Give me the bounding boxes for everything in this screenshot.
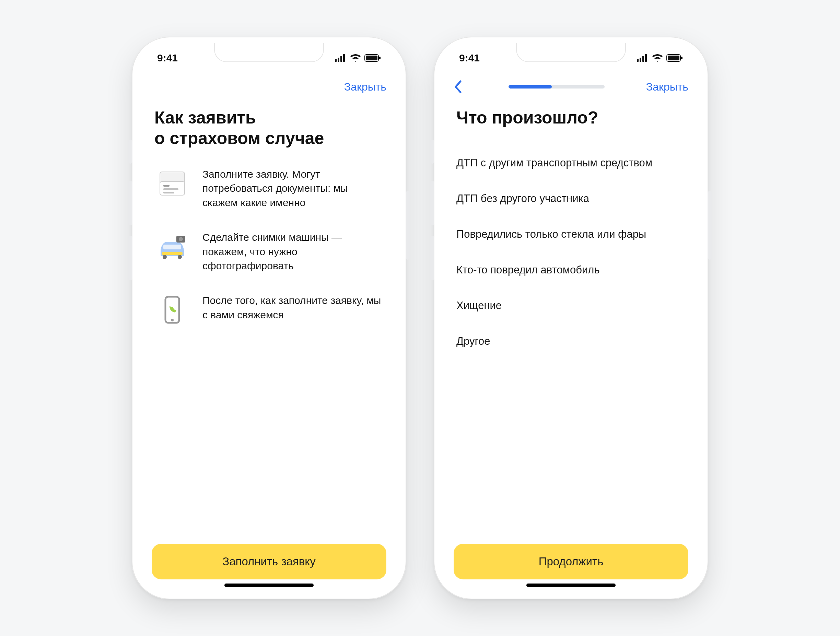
option-item[interactable]: Другое (456, 324, 685, 359)
steps-list: Заполните заявку. Могут потребоваться до… (155, 166, 384, 328)
option-item[interactable]: Кто-то повредил автомобиль (456, 252, 685, 288)
page-title: Как заявить о страховом случае (155, 107, 384, 148)
wifi-icon (652, 54, 663, 62)
svg-rect-3 (343, 54, 345, 62)
phone-side-button (430, 181, 434, 226)
svg-rect-12 (163, 245, 181, 249)
phone-side-button (128, 236, 133, 280)
phone-notch (214, 43, 324, 62)
title-line: о страховом случае (155, 129, 324, 148)
phone-call-icon (155, 292, 190, 328)
fill-application-button[interactable]: Заполнить заявку (152, 544, 386, 579)
phone-side-button (430, 236, 434, 280)
continue-button[interactable]: Продолжить (454, 544, 688, 579)
title-line: Как заявить (155, 108, 256, 127)
battery-icon (666, 54, 683, 62)
cellular-icon (637, 54, 649, 62)
progress-fill (508, 85, 552, 88)
svg-rect-25 (668, 55, 679, 60)
page-title: Что произошло? (456, 107, 685, 128)
options-list: ДТП с другим транспортным средством ДТП … (456, 145, 685, 359)
close-button[interactable]: Закрыть (646, 80, 688, 93)
phone-side-button (406, 191, 410, 260)
svg-rect-21 (639, 58, 641, 62)
svg-point-14 (163, 255, 167, 259)
phone-mockup-right: 9:41 Закрыть Что произошло? ДТП с другим… (434, 37, 708, 599)
phone-notch (516, 43, 626, 62)
svg-rect-9 (163, 185, 169, 186)
step-item: После того, как заполните заявку, мы с в… (155, 292, 384, 328)
svg-point-17 (179, 237, 183, 241)
home-indicator[interactable] (526, 584, 616, 587)
svg-rect-13 (162, 252, 183, 255)
option-item[interactable]: Повредились только стекла или фары (456, 216, 685, 252)
status-icons (335, 54, 381, 62)
phone-mockup-left: 9:41 Закрыть Как заявить о страховом слу… (132, 37, 406, 599)
content: Что произошло? ДТП с другим транспортным… (440, 101, 702, 533)
svg-rect-1 (338, 58, 339, 62)
nav-bar: Закрыть (440, 73, 702, 101)
svg-rect-0 (335, 59, 336, 62)
chevron-left-icon (454, 80, 462, 94)
phone-side-button (128, 140, 133, 164)
option-item[interactable]: ДТП с другим транспортным средством (456, 145, 685, 181)
nav-bar: Закрыть (138, 73, 400, 101)
svg-point-19 (171, 319, 174, 322)
svg-rect-5 (366, 55, 377, 60)
step-text: Заполните заявку. Могут потребоваться до… (202, 166, 384, 210)
svg-rect-20 (637, 59, 639, 62)
status-time: 9:41 (459, 52, 480, 64)
step-item: Сделайте снимки машины — покажем, что ну… (155, 229, 384, 273)
car-photo-icon (155, 229, 190, 265)
phone-side-button (430, 140, 434, 164)
screen-intro: 9:41 Закрыть Как заявить о страховом слу… (138, 43, 400, 593)
svg-point-15 (178, 255, 182, 259)
status-icons (637, 54, 683, 62)
back-button[interactable] (454, 80, 467, 94)
content: Как заявить о страховом случае Запо (138, 101, 400, 533)
cellular-icon (335, 54, 347, 62)
svg-rect-2 (340, 56, 342, 62)
svg-rect-23 (645, 54, 647, 62)
status-time: 9:41 (157, 52, 178, 64)
option-item[interactable]: ДТП без другого участника (456, 181, 685, 216)
svg-rect-26 (681, 57, 682, 59)
document-icon (155, 166, 190, 201)
option-item[interactable]: Хищение (456, 288, 685, 324)
phone-side-button (707, 191, 712, 260)
close-button[interactable]: Закрыть (344, 80, 386, 93)
svg-rect-6 (379, 57, 381, 59)
home-indicator[interactable] (224, 584, 314, 587)
svg-rect-10 (163, 188, 178, 190)
svg-rect-22 (643, 56, 644, 62)
step-item: Заполните заявку. Могут потребоваться до… (155, 166, 384, 210)
wifi-icon (350, 54, 361, 62)
progress-bar (467, 85, 646, 88)
step-text: После того, как заполните заявку, мы с в… (202, 292, 384, 322)
phone-side-button (128, 181, 133, 226)
svg-rect-11 (163, 192, 174, 194)
step-text: Сделайте снимки машины — покажем, что ну… (202, 229, 384, 273)
screen-what-happened: 9:41 Закрыть Что произошло? ДТП с другим… (440, 43, 702, 593)
battery-icon (365, 54, 381, 62)
